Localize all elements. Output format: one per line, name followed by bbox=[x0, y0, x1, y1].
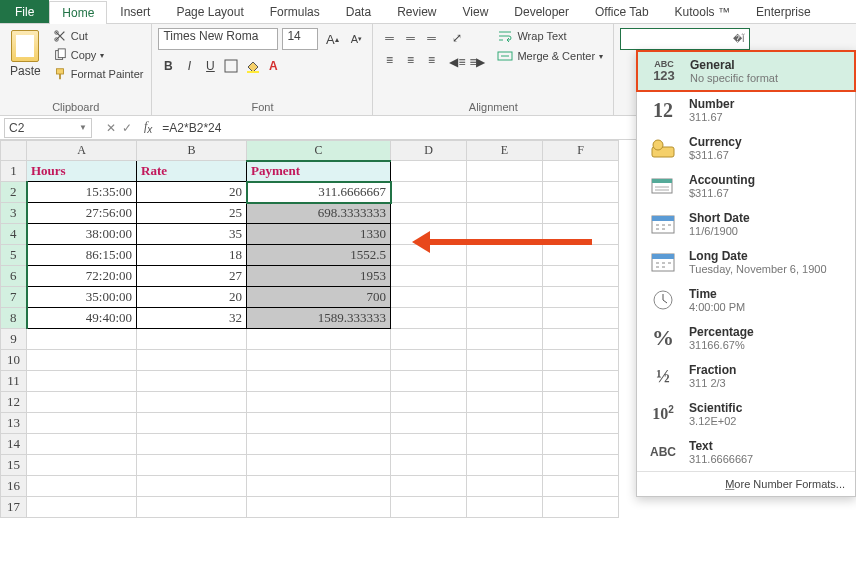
cell-C17[interactable] bbox=[247, 497, 391, 518]
col-header-B[interactable]: B bbox=[137, 141, 247, 161]
cell-D4[interactable] bbox=[391, 224, 467, 245]
row-header[interactable]: 3 bbox=[1, 203, 27, 224]
cell-C2[interactable]: 311.6666667 bbox=[247, 182, 391, 203]
row-header[interactable]: 11 bbox=[1, 371, 27, 392]
cell-F11[interactable] bbox=[543, 371, 619, 392]
cell-C15[interactable] bbox=[247, 455, 391, 476]
cell-A9[interactable] bbox=[27, 329, 137, 350]
cell-E7[interactable] bbox=[467, 287, 543, 308]
cell-A4[interactable]: 38:00:00 bbox=[27, 224, 137, 245]
tab-review[interactable]: Review bbox=[384, 0, 449, 23]
cell-D13[interactable] bbox=[391, 413, 467, 434]
tab-home[interactable]: Home bbox=[49, 1, 107, 24]
row-header[interactable]: 1 bbox=[1, 161, 27, 182]
tab-enterprise[interactable]: Enterprise bbox=[743, 0, 824, 23]
cell-F14[interactable] bbox=[543, 434, 619, 455]
cell-A3[interactable]: 27:56:00 bbox=[27, 203, 137, 224]
cell-E5[interactable] bbox=[467, 245, 543, 266]
cell-B1[interactable]: Rate bbox=[137, 161, 247, 182]
cell-F3[interactable] bbox=[543, 203, 619, 224]
cell-E8[interactable] bbox=[467, 308, 543, 329]
align-bottom-button[interactable]: ═ bbox=[421, 28, 441, 48]
row-header[interactable]: 6 bbox=[1, 266, 27, 287]
cell-D14[interactable] bbox=[391, 434, 467, 455]
cell-E9[interactable] bbox=[467, 329, 543, 350]
cell-D2[interactable] bbox=[391, 182, 467, 203]
tab-developer[interactable]: Developer bbox=[501, 0, 582, 23]
cell-D1[interactable] bbox=[391, 161, 467, 182]
cell-C12[interactable] bbox=[247, 392, 391, 413]
cell-D3[interactable] bbox=[391, 203, 467, 224]
tab-view[interactable]: View bbox=[450, 0, 502, 23]
cell-F10[interactable] bbox=[543, 350, 619, 371]
row-header[interactable]: 8 bbox=[1, 308, 27, 329]
border-button[interactable] bbox=[221, 56, 241, 76]
cell-C11[interactable] bbox=[247, 371, 391, 392]
decrease-indent-button[interactable]: ◀≡ bbox=[447, 52, 467, 72]
cell-B2[interactable]: 20 bbox=[137, 182, 247, 203]
row-header[interactable]: 10 bbox=[1, 350, 27, 371]
tab-formulas[interactable]: Formulas bbox=[257, 0, 333, 23]
row-header[interactable]: 14 bbox=[1, 434, 27, 455]
cell-F5[interactable] bbox=[543, 245, 619, 266]
cell-D11[interactable] bbox=[391, 371, 467, 392]
col-header-F[interactable]: F bbox=[543, 141, 619, 161]
cell-C14[interactable] bbox=[247, 434, 391, 455]
col-header-E[interactable]: E bbox=[467, 141, 543, 161]
number-format-select[interactable]: �آ bbox=[620, 28, 750, 50]
cell-C1[interactable]: Payment bbox=[247, 161, 391, 182]
cell-C7[interactable]: 700 bbox=[247, 287, 391, 308]
cell-F16[interactable] bbox=[543, 476, 619, 497]
col-header-A[interactable]: A bbox=[27, 141, 137, 161]
cell-F17[interactable] bbox=[543, 497, 619, 518]
cell-D12[interactable] bbox=[391, 392, 467, 413]
align-center-button[interactable]: ≡ bbox=[400, 50, 420, 70]
cell-B16[interactable] bbox=[137, 476, 247, 497]
cell-E14[interactable] bbox=[467, 434, 543, 455]
format-option-number[interactable]: 12Number311.67 bbox=[637, 91, 855, 129]
cell-D17[interactable] bbox=[391, 497, 467, 518]
cell-A16[interactable] bbox=[27, 476, 137, 497]
cell-A5[interactable]: 86:15:00 bbox=[27, 245, 137, 266]
name-box[interactable]: C2 ▼ bbox=[4, 118, 92, 138]
tab-data[interactable]: Data bbox=[333, 0, 384, 23]
fx-icon[interactable]: fx bbox=[138, 119, 158, 135]
cell-B11[interactable] bbox=[137, 371, 247, 392]
row-header[interactable]: 5 bbox=[1, 245, 27, 266]
cell-B9[interactable] bbox=[137, 329, 247, 350]
cell-B12[interactable] bbox=[137, 392, 247, 413]
cell-E4[interactable] bbox=[467, 224, 543, 245]
row-header[interactable]: 16 bbox=[1, 476, 27, 497]
grid[interactable]: ABCDEF 1HoursRatePayment215:35:0020311.6… bbox=[0, 140, 619, 518]
cell-F1[interactable] bbox=[543, 161, 619, 182]
align-right-button[interactable]: ≡ bbox=[421, 50, 441, 70]
cell-F7[interactable] bbox=[543, 287, 619, 308]
merge-center-button[interactable]: Merge & Center▾ bbox=[493, 48, 607, 64]
format-option-general[interactable]: ABC123GeneralNo specific format bbox=[636, 50, 856, 92]
row-header[interactable]: 9 bbox=[1, 329, 27, 350]
cell-E17[interactable] bbox=[467, 497, 543, 518]
wrap-text-button[interactable]: Wrap Text bbox=[493, 28, 607, 44]
cell-D15[interactable] bbox=[391, 455, 467, 476]
cell-E15[interactable] bbox=[467, 455, 543, 476]
row-header[interactable]: 2 bbox=[1, 182, 27, 203]
cell-A1[interactable]: Hours bbox=[27, 161, 137, 182]
cell-B3[interactable]: 25 bbox=[137, 203, 247, 224]
cut-button[interactable]: Cut bbox=[51, 28, 146, 44]
row-header[interactable]: 7 bbox=[1, 287, 27, 308]
accept-formula-button[interactable]: ✓ bbox=[122, 121, 132, 135]
cell-F8[interactable] bbox=[543, 308, 619, 329]
cell-D9[interactable] bbox=[391, 329, 467, 350]
cell-B15[interactable] bbox=[137, 455, 247, 476]
cell-D8[interactable] bbox=[391, 308, 467, 329]
cell-D7[interactable] bbox=[391, 287, 467, 308]
format-painter-button[interactable]: Format Painter bbox=[51, 66, 146, 82]
cell-A14[interactable] bbox=[27, 434, 137, 455]
cell-B10[interactable] bbox=[137, 350, 247, 371]
cell-A7[interactable]: 35:00:00 bbox=[27, 287, 137, 308]
tab-kutools-[interactable]: Kutools ™ bbox=[662, 0, 743, 23]
bold-button[interactable]: B bbox=[158, 56, 178, 76]
cancel-formula-button[interactable]: ✕ bbox=[106, 121, 116, 135]
font-size-select[interactable]: 14 bbox=[282, 28, 318, 50]
tab-insert[interactable]: Insert bbox=[107, 0, 163, 23]
